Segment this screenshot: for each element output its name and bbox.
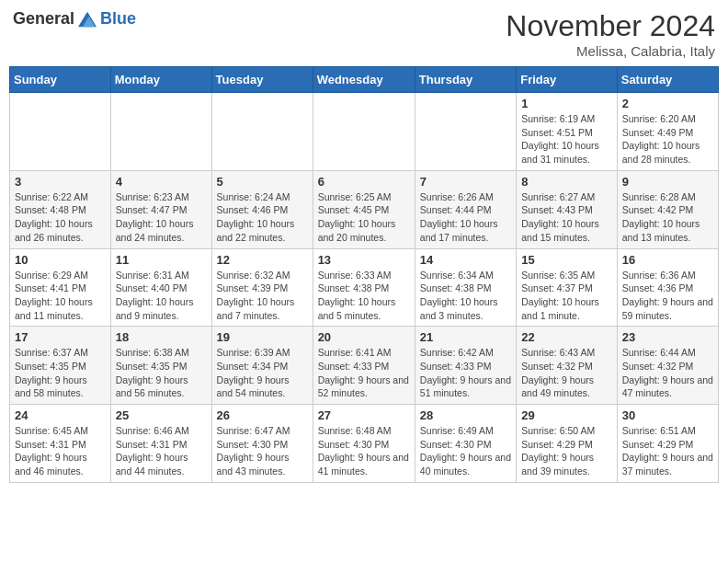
calendar-day-cell bbox=[313, 93, 415, 171]
day-info: Sunrise: 6:43 AM Sunset: 4:32 PM Dayligh… bbox=[521, 346, 612, 400]
calendar-day-cell: 19Sunrise: 6:39 AM Sunset: 4:34 PM Dayli… bbox=[211, 327, 313, 405]
day-number: 1 bbox=[521, 97, 612, 110]
month-title: November 2024 bbox=[506, 9, 715, 43]
calendar-table: SundayMondayTuesdayWednesdayThursdayFrid… bbox=[9, 66, 719, 483]
calendar-day-cell: 29Sunrise: 6:50 AM Sunset: 4:29 PM Dayli… bbox=[517, 405, 618, 483]
calendar-day-cell bbox=[10, 93, 111, 171]
calendar-day-cell: 4Sunrise: 6:23 AM Sunset: 4:47 PM Daylig… bbox=[110, 170, 211, 248]
day-number: 22 bbox=[521, 330, 612, 344]
day-info: Sunrise: 6:44 AM Sunset: 4:32 PM Dayligh… bbox=[622, 346, 713, 400]
day-number: 20 bbox=[318, 330, 410, 344]
calendar-week-row: 24Sunrise: 6:45 AM Sunset: 4:31 PM Dayli… bbox=[10, 405, 719, 483]
day-info: Sunrise: 6:20 AM Sunset: 4:49 PM Dayligh… bbox=[622, 112, 713, 167]
day-number: 26 bbox=[217, 408, 308, 422]
day-info: Sunrise: 6:25 AM Sunset: 4:45 PM Dayligh… bbox=[318, 190, 410, 245]
calendar-day-cell: 25Sunrise: 6:46 AM Sunset: 4:31 PM Dayli… bbox=[110, 405, 211, 483]
day-number: 30 bbox=[622, 408, 713, 422]
day-info: Sunrise: 6:33 AM Sunset: 4:38 PM Dayligh… bbox=[318, 269, 410, 323]
day-info: Sunrise: 6:51 AM Sunset: 4:29 PM Dayligh… bbox=[622, 424, 713, 478]
calendar-day-cell: 6Sunrise: 6:25 AM Sunset: 4:45 PM Daylig… bbox=[313, 170, 415, 248]
day-info: Sunrise: 6:48 AM Sunset: 4:30 PM Dayligh… bbox=[318, 424, 410, 478]
calendar-week-row: 3Sunrise: 6:22 AM Sunset: 4:48 PM Daylig… bbox=[10, 170, 719, 248]
calendar-week-row: 17Sunrise: 6:37 AM Sunset: 4:35 PM Dayli… bbox=[10, 327, 719, 405]
day-info: Sunrise: 6:45 AM Sunset: 4:31 PM Dayligh… bbox=[15, 424, 106, 478]
logo-blue: Blue bbox=[100, 9, 136, 29]
calendar-day-cell bbox=[211, 93, 313, 171]
day-info: Sunrise: 6:49 AM Sunset: 4:30 PM Dayligh… bbox=[420, 424, 511, 478]
day-info: Sunrise: 6:36 AM Sunset: 4:36 PM Dayligh… bbox=[622, 269, 713, 323]
calendar-day-cell bbox=[110, 93, 211, 171]
calendar-day-cell bbox=[415, 93, 516, 171]
calendar-day-cell: 15Sunrise: 6:35 AM Sunset: 4:37 PM Dayli… bbox=[517, 248, 618, 327]
day-number: 4 bbox=[116, 175, 207, 189]
day-number: 18 bbox=[116, 330, 207, 344]
day-info: Sunrise: 6:27 AM Sunset: 4:43 PM Dayligh… bbox=[521, 190, 612, 245]
day-number: 8 bbox=[521, 175, 612, 189]
day-number: 3 bbox=[15, 175, 106, 189]
calendar-day-cell: 21Sunrise: 6:42 AM Sunset: 4:33 PM Dayli… bbox=[415, 327, 516, 405]
day-info: Sunrise: 6:35 AM Sunset: 4:37 PM Dayligh… bbox=[521, 269, 612, 323]
day-number: 29 bbox=[521, 408, 612, 422]
calendar-day-cell: 2Sunrise: 6:20 AM Sunset: 4:49 PM Daylig… bbox=[617, 93, 718, 171]
calendar-day-cell: 20Sunrise: 6:41 AM Sunset: 4:33 PM Dayli… bbox=[313, 327, 415, 405]
day-info: Sunrise: 6:37 AM Sunset: 4:35 PM Dayligh… bbox=[15, 346, 106, 400]
weekday-header: Sunday bbox=[10, 67, 111, 93]
day-info: Sunrise: 6:50 AM Sunset: 4:29 PM Dayligh… bbox=[521, 424, 612, 478]
day-number: 11 bbox=[116, 253, 207, 267]
calendar-day-cell: 26Sunrise: 6:47 AM Sunset: 4:30 PM Dayli… bbox=[211, 405, 313, 483]
day-number: 12 bbox=[217, 253, 308, 267]
calendar-day-cell: 12Sunrise: 6:32 AM Sunset: 4:39 PM Dayli… bbox=[211, 248, 313, 327]
day-number: 16 bbox=[622, 253, 713, 267]
day-number: 28 bbox=[420, 408, 511, 422]
day-info: Sunrise: 6:38 AM Sunset: 4:35 PM Dayligh… bbox=[116, 346, 207, 400]
page-header: General Blue November 2024 Melissa, Cala… bbox=[9, 9, 719, 59]
calendar-day-cell: 3Sunrise: 6:22 AM Sunset: 4:48 PM Daylig… bbox=[10, 170, 111, 248]
day-number: 2 bbox=[622, 97, 713, 110]
day-info: Sunrise: 6:31 AM Sunset: 4:40 PM Dayligh… bbox=[116, 269, 207, 323]
calendar-day-cell: 30Sunrise: 6:51 AM Sunset: 4:29 PM Dayli… bbox=[617, 405, 718, 483]
calendar-day-cell: 7Sunrise: 6:26 AM Sunset: 4:44 PM Daylig… bbox=[415, 170, 516, 248]
calendar-day-cell: 11Sunrise: 6:31 AM Sunset: 4:40 PM Dayli… bbox=[110, 248, 211, 327]
day-info: Sunrise: 6:29 AM Sunset: 4:41 PM Dayligh… bbox=[15, 269, 106, 323]
day-number: 21 bbox=[420, 330, 511, 344]
day-info: Sunrise: 6:32 AM Sunset: 4:39 PM Dayligh… bbox=[217, 269, 308, 323]
weekday-header: Monday bbox=[110, 67, 211, 93]
logo-icon bbox=[78, 10, 97, 29]
title-block: November 2024 Melissa, Calabria, Italy bbox=[506, 9, 715, 59]
calendar-day-cell: 22Sunrise: 6:43 AM Sunset: 4:32 PM Dayli… bbox=[517, 327, 618, 405]
calendar-day-cell: 27Sunrise: 6:48 AM Sunset: 4:30 PM Dayli… bbox=[313, 405, 415, 483]
day-info: Sunrise: 6:46 AM Sunset: 4:31 PM Dayligh… bbox=[116, 424, 207, 478]
calendar-day-cell: 13Sunrise: 6:33 AM Sunset: 4:38 PM Dayli… bbox=[313, 248, 415, 327]
day-number: 15 bbox=[521, 253, 612, 267]
calendar-day-cell: 10Sunrise: 6:29 AM Sunset: 4:41 PM Dayli… bbox=[10, 248, 111, 327]
location-subtitle: Melissa, Calabria, Italy bbox=[506, 43, 715, 59]
day-number: 14 bbox=[420, 253, 511, 267]
day-number: 23 bbox=[622, 330, 713, 344]
day-number: 5 bbox=[217, 175, 308, 189]
weekday-header: Saturday bbox=[617, 67, 718, 93]
day-number: 17 bbox=[15, 330, 106, 344]
weekday-header: Thursday bbox=[415, 67, 516, 93]
calendar-day-cell: 16Sunrise: 6:36 AM Sunset: 4:36 PM Dayli… bbox=[617, 248, 718, 327]
calendar-week-row: 10Sunrise: 6:29 AM Sunset: 4:41 PM Dayli… bbox=[10, 248, 719, 327]
day-number: 24 bbox=[15, 408, 106, 422]
calendar-header-row: SundayMondayTuesdayWednesdayThursdayFrid… bbox=[10, 67, 719, 93]
weekday-header: Wednesday bbox=[313, 67, 415, 93]
weekday-header: Friday bbox=[517, 67, 618, 93]
calendar-day-cell: 23Sunrise: 6:44 AM Sunset: 4:32 PM Dayli… bbox=[617, 327, 718, 405]
day-info: Sunrise: 6:22 AM Sunset: 4:48 PM Dayligh… bbox=[15, 190, 106, 245]
day-info: Sunrise: 6:28 AM Sunset: 4:42 PM Dayligh… bbox=[622, 190, 713, 245]
day-number: 10 bbox=[15, 253, 106, 267]
day-info: Sunrise: 6:39 AM Sunset: 4:34 PM Dayligh… bbox=[217, 346, 308, 400]
day-info: Sunrise: 6:23 AM Sunset: 4:47 PM Dayligh… bbox=[116, 190, 207, 245]
day-number: 9 bbox=[622, 175, 713, 189]
calendar-day-cell: 8Sunrise: 6:27 AM Sunset: 4:43 PM Daylig… bbox=[517, 170, 618, 248]
day-number: 19 bbox=[217, 330, 308, 344]
day-number: 13 bbox=[318, 253, 410, 267]
day-info: Sunrise: 6:42 AM Sunset: 4:33 PM Dayligh… bbox=[420, 346, 511, 400]
weekday-header: Tuesday bbox=[211, 67, 313, 93]
day-info: Sunrise: 6:34 AM Sunset: 4:38 PM Dayligh… bbox=[420, 269, 511, 323]
day-number: 7 bbox=[420, 175, 511, 189]
calendar-day-cell: 9Sunrise: 6:28 AM Sunset: 4:42 PM Daylig… bbox=[617, 170, 718, 248]
day-info: Sunrise: 6:24 AM Sunset: 4:46 PM Dayligh… bbox=[217, 190, 308, 245]
